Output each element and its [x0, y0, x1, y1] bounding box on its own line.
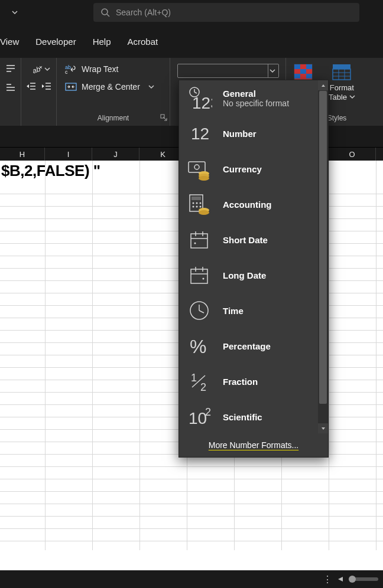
format-item-general[interactable]: 123 General No specific format — [179, 80, 328, 116]
svg-rect-22 — [306, 64, 312, 69]
col-header-I[interactable]: I — [45, 148, 92, 161]
format-as-table-button[interactable]: FormatTable — [326, 63, 358, 102]
svg-rect-25 — [306, 69, 312, 74]
merge-center-label: Merge & Center — [82, 82, 140, 92]
svg-point-0 — [102, 9, 108, 15]
format-item-accounting[interactable]: Accounting — [179, 187, 328, 222]
tab-help[interactable]: Help — [93, 37, 111, 47]
svg-point-41 — [194, 165, 199, 169]
svg-text:12: 12 — [191, 125, 209, 143]
tab-view[interactable]: View — [0, 37, 19, 47]
status-bar: ⋮ — [0, 570, 383, 588]
svg-rect-26 — [294, 74, 300, 79]
tab-acrobat[interactable]: Acrobat — [127, 37, 158, 47]
statusbar-play-icon[interactable] — [337, 576, 344, 583]
svg-rect-46 — [192, 197, 201, 200]
svg-line-37 — [194, 92, 197, 93]
svg-rect-28 — [306, 74, 312, 79]
svg-rect-21 — [300, 64, 306, 69]
svg-text:2: 2 — [200, 381, 206, 393]
format-table-icon — [332, 63, 352, 81]
zoom-slider[interactable] — [349, 577, 378, 581]
accounting-icon — [186, 191, 212, 217]
statusbar-options[interactable]: ⋮ — [323, 574, 332, 585]
orientation-button[interactable]: ab — [26, 61, 56, 77]
number-format-combo[interactable] — [177, 64, 279, 78]
svg-rect-24 — [300, 69, 306, 74]
alignment-group-label: Alignment — [61, 112, 165, 126]
decrease-indent-button[interactable] — [26, 79, 37, 94]
merge-center-button[interactable]: Merge & Center — [61, 79, 165, 94]
format-item-shortdate[interactable]: Short Date — [179, 222, 328, 257]
svg-rect-40 — [189, 162, 205, 172]
svg-rect-27 — [300, 74, 306, 79]
svg-line-1 — [107, 14, 109, 17]
svg-point-51 — [196, 206, 198, 208]
svg-text:1: 1 — [191, 372, 197, 384]
svg-text:ab: ab — [31, 64, 42, 74]
search-box[interactable]: Search (Alt+Q) — [93, 3, 359, 22]
scroll-up-button[interactable] — [318, 80, 328, 90]
svg-point-54 — [199, 210, 209, 215]
svg-line-67 — [199, 311, 204, 313]
svg-point-52 — [200, 206, 202, 208]
col-header-H[interactable]: H — [0, 148, 45, 161]
svg-rect-55 — [191, 234, 207, 248]
svg-rect-30 — [333, 69, 350, 80]
format-item-percentage[interactable]: % Percentage — [179, 328, 328, 364]
svg-rect-23 — [294, 69, 300, 74]
wrap-text-label: Wrap Text — [82, 64, 119, 74]
svg-text:2: 2 — [205, 406, 211, 418]
wrap-text-button[interactable]: abc Wrap Text — [61, 61, 165, 77]
svg-point-50 — [193, 206, 194, 208]
align-bottom-button[interactable] — [2, 79, 19, 94]
format-item-time[interactable]: Time — [179, 293, 328, 328]
number-icon: 12 — [186, 120, 212, 146]
search-placeholder: Search (Alt+Q) — [116, 8, 171, 17]
col-header-O[interactable]: O — [329, 148, 376, 161]
svg-rect-20 — [294, 64, 300, 69]
svg-rect-60 — [191, 269, 207, 283]
format-item-number[interactable]: 12 Number — [179, 116, 328, 151]
currency-icon — [186, 156, 212, 182]
format-item-fraction[interactable]: 12 Fraction — [179, 364, 328, 399]
svg-text:%: % — [190, 336, 206, 357]
time-icon — [186, 298, 212, 324]
increase-indent-button[interactable] — [41, 79, 52, 94]
svg-point-59 — [194, 243, 196, 244]
number-format-menu: 123 General No specific format 12 Number… — [178, 80, 329, 458]
more-number-formats-link[interactable]: More Number Formats... — [179, 433, 328, 457]
quick-access-dropdown[interactable] — [12, 9, 18, 15]
short-date-icon — [186, 227, 212, 253]
svg-point-48 — [196, 202, 198, 204]
svg-text:c: c — [65, 69, 68, 74]
tab-developer[interactable]: Developer — [35, 37, 76, 47]
format-item-currency[interactable]: Currency — [179, 151, 328, 187]
svg-point-64 — [203, 278, 205, 280]
search-icon — [100, 8, 110, 17]
percentage-icon: % — [186, 333, 212, 359]
svg-point-49 — [200, 202, 202, 204]
wrap-text-icon: abc — [65, 64, 77, 74]
svg-rect-17 — [66, 83, 76, 90]
long-date-icon — [186, 262, 212, 288]
format-item-longdate[interactable]: Long Date — [179, 257, 328, 293]
fraction-icon: 12 — [186, 368, 212, 394]
svg-text:10: 10 — [189, 409, 207, 427]
merge-center-icon — [65, 81, 77, 92]
alignment-dialog-launcher[interactable] — [160, 114, 168, 122]
number-format-dropdown-toggle[interactable] — [268, 64, 277, 77]
col-header-J[interactable]: J — [92, 148, 139, 161]
dropdown-scrollbar[interactable] — [318, 80, 328, 433]
scroll-down-button[interactable] — [318, 423, 328, 433]
svg-rect-29 — [333, 64, 350, 69]
align-top-button[interactable] — [2, 61, 19, 77]
conditional-formatting-icon — [293, 63, 313, 81]
svg-text:123: 123 — [192, 94, 212, 111]
scroll-thumb[interactable] — [319, 91, 327, 404]
scientific-icon: 102 — [186, 404, 212, 430]
format-item-scientific[interactable]: 102 Scientific — [179, 399, 328, 433]
cell-content: $B,2,FALSE) " — [1, 162, 100, 180]
general-icon: 123 — [186, 85, 212, 111]
svg-point-47 — [193, 202, 194, 204]
